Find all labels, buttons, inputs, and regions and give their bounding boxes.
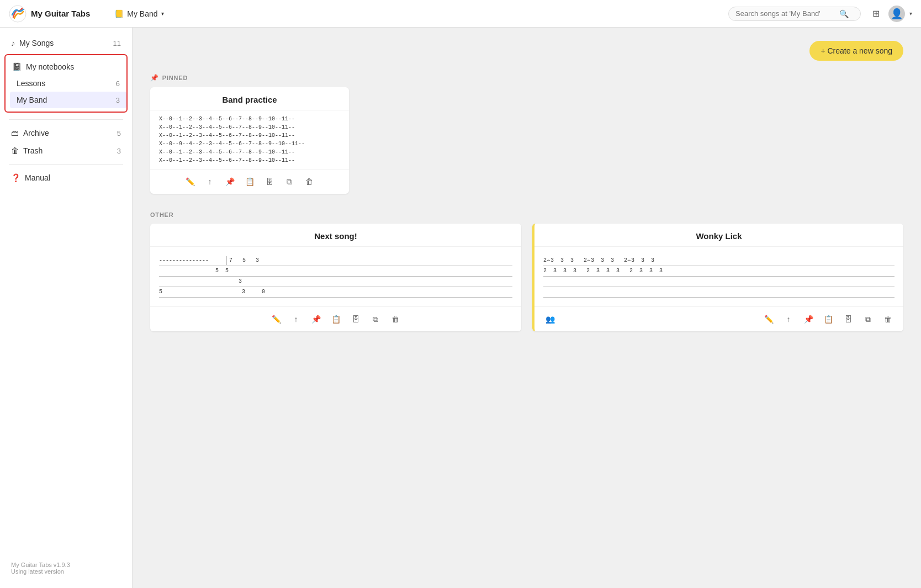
trash-label: Trash bbox=[23, 146, 43, 155]
band-practice-title: Band practice bbox=[150, 87, 349, 110]
trash-icon: 🗑 bbox=[11, 146, 19, 155]
grid-view-icon[interactable]: ⊞ bbox=[867, 6, 884, 22]
help-icon: ❓ bbox=[11, 173, 20, 182]
lessons-count: 6 bbox=[116, 80, 120, 88]
notebook-selector[interactable]: 📒 My Band ▾ bbox=[114, 9, 163, 18]
logo: My Guitar Tabs bbox=[9, 5, 90, 23]
collaborators-icon[interactable]: 👥 bbox=[543, 312, 557, 326]
topbar: My Guitar Tabs 📒 My Band ▾ 🔍 ⊞ 👤 ▾ bbox=[0, 0, 921, 28]
create-new-song-button[interactable]: + Create a new song bbox=[809, 41, 903, 61]
tab-line-6: X--0--1--2--3--4--5--6--7--8--9--10--11-… bbox=[159, 156, 340, 165]
delete-icon-next[interactable]: 🗑 bbox=[389, 312, 402, 326]
share-icon-wonky[interactable]: ↑ bbox=[782, 312, 795, 326]
share-icon-next[interactable]: ↑ bbox=[289, 312, 303, 326]
search-bar[interactable]: 🔍 bbox=[728, 7, 861, 21]
wonky-lick-title: Wonky Lick bbox=[534, 224, 903, 246]
notebook-name: My Band bbox=[127, 9, 157, 18]
other-label: OTHER bbox=[150, 211, 903, 218]
sidebar-divider-1 bbox=[9, 119, 123, 120]
next-tab-line-3: 3 bbox=[159, 277, 512, 287]
pinned-text: PINNED bbox=[162, 75, 188, 81]
other-section: OTHER Next song! --------------- 7 5 3 bbox=[150, 211, 903, 331]
trash-count: 3 bbox=[117, 147, 121, 155]
wonky-lick-actions: 👥 ✏️ ↑ 📌 📋 🗄 ⧉ 🗑 bbox=[534, 306, 903, 331]
logo-icon bbox=[9, 5, 27, 23]
wonky-tab-line-4 bbox=[543, 287, 894, 298]
next-tab-line-4: 5 3 0 bbox=[159, 287, 512, 298]
archive-action-icon-next[interactable]: 🗄 bbox=[349, 312, 362, 326]
next-tab-line-2: 5 5 bbox=[159, 266, 512, 277]
my-band-count: 3 bbox=[116, 96, 120, 104]
archive-label: Archive bbox=[23, 129, 49, 137]
share-icon[interactable]: ↑ bbox=[203, 175, 216, 188]
tab-line-5: X--0--1--2--3--4--5--6--7--8--9--10--11-… bbox=[159, 148, 340, 156]
topbar-icons: ⊞ 👤 ▾ bbox=[867, 6, 912, 22]
user-menu-arrow[interactable]: ▾ bbox=[909, 10, 912, 17]
app-container: My Guitar Tabs 📒 My Band ▾ 🔍 ⊞ 👤 ▾ bbox=[0, 0, 921, 588]
edit-icon-wonky[interactable]: ✏️ bbox=[762, 312, 775, 326]
app-title: My Guitar Tabs bbox=[31, 9, 90, 18]
sidebar-bottom: My Guitar Tabs v1.9.3 Using latest versi… bbox=[0, 555, 132, 581]
next-tab-line-1: --------------- 7 5 3 bbox=[159, 256, 512, 266]
sidebar-item-my-songs[interactable]: ♪ My Songs 11 bbox=[0, 34, 132, 52]
add-to-notebook-icon-next[interactable]: 📋 bbox=[329, 312, 342, 326]
my-songs-label: My Songs bbox=[19, 39, 54, 47]
edit-icon-next[interactable]: ✏️ bbox=[269, 312, 283, 326]
band-practice-actions: ✏️ ↑ 📌 📋 🗄 ⧉ 🗑 bbox=[150, 169, 349, 194]
sidebar-item-my-band[interactable]: My Band 3 bbox=[10, 92, 126, 108]
archive-icon: 🗃 bbox=[11, 129, 19, 137]
my-songs-count: 11 bbox=[113, 39, 121, 47]
add-to-notebook-icon-wonky[interactable]: 📋 bbox=[822, 312, 835, 326]
archive-action-icon[interactable]: 🗄 bbox=[263, 175, 276, 188]
notebook-icon: 📒 bbox=[114, 9, 124, 18]
song-card-next-song[interactable]: Next song! --------------- 7 5 3 5 5 bbox=[150, 224, 521, 331]
archive-action-icon-wonky[interactable]: 🗄 bbox=[841, 312, 855, 326]
sidebar-item-trash[interactable]: 🗑 Trash 3 bbox=[0, 142, 132, 160]
wonky-tab-line-1: 2⌢3 3 3 2⌢3 3 3 2⌢3 3 3 bbox=[543, 256, 894, 266]
edit-icon[interactable]: ✏️ bbox=[183, 175, 197, 188]
sidebar: ♪ My Songs 11 📓 My notebooks Lessons 6 M… bbox=[0, 28, 133, 588]
pin-icon-wonky[interactable]: 📌 bbox=[802, 312, 815, 326]
search-input[interactable] bbox=[735, 9, 835, 18]
tab-line-4: X--0--9--4--2--3--4--5--6--7--8--9--10--… bbox=[159, 140, 340, 148]
duplicate-icon-next[interactable]: ⧉ bbox=[369, 312, 382, 326]
pin-icon[interactable]: 📌 bbox=[223, 175, 236, 188]
music-note-icon: ♪ bbox=[11, 39, 15, 47]
song-card-wonky-lick[interactable]: Wonky Lick 2⌢3 3 3 2⌢3 3 3 2⌢3 3 3 2 3 3… bbox=[532, 224, 903, 331]
other-songs-grid: Next song! --------------- 7 5 3 5 5 bbox=[150, 224, 903, 331]
band-practice-tab: X--0--1--2--3--4--5--6--7--8--9--10--11-… bbox=[150, 110, 349, 169]
my-band-label: My Band bbox=[17, 96, 47, 104]
pinned-label: PINNED bbox=[150, 74, 903, 82]
delete-icon[interactable]: 🗑 bbox=[303, 175, 316, 188]
sidebar-item-manual[interactable]: ❓ Manual bbox=[0, 169, 132, 187]
wonky-tab-line-2: 2 3 3 3 2 3 3 3 2 3 3 3 bbox=[543, 266, 894, 277]
duplicate-icon[interactable]: ⧉ bbox=[283, 175, 296, 188]
tab-line-2: X--0--1--2--3--4--5--6--7--8--9--10--11-… bbox=[159, 123, 340, 131]
version-sub-label: Using latest version bbox=[11, 568, 121, 575]
duplicate-icon-wonky[interactable]: ⧉ bbox=[861, 312, 875, 326]
my-notebooks-section: 📓 My notebooks Lessons 6 My Band 3 bbox=[4, 54, 128, 113]
sidebar-item-archive[interactable]: 🗃 Archive 5 bbox=[0, 124, 132, 142]
user-avatar[interactable]: 👤 bbox=[888, 6, 905, 22]
sidebar-divider-2 bbox=[9, 164, 123, 165]
add-to-notebook-icon[interactable]: 📋 bbox=[243, 175, 256, 188]
version-label: My Guitar Tabs v1.9.3 bbox=[11, 561, 121, 568]
content-area: ♪ My Songs 11 📓 My notebooks Lessons 6 M… bbox=[0, 28, 921, 588]
lessons-label: Lessons bbox=[17, 79, 45, 88]
sidebar-item-lessons[interactable]: Lessons 6 bbox=[10, 75, 126, 92]
tab-line-1: X--0--1--2--3--4--5--6--7--8--9--10--11-… bbox=[159, 115, 340, 123]
dropdown-arrow: ▾ bbox=[161, 10, 164, 17]
wonky-tab-line-3 bbox=[543, 277, 894, 287]
main-content: + Create a new song PINNED Band practice… bbox=[133, 28, 921, 588]
wonky-lick-tab: 2⌢3 3 3 2⌢3 3 3 2⌢3 3 3 2 3 3 3 2 3 3 3 … bbox=[534, 246, 903, 306]
pin-icon-next[interactable]: 📌 bbox=[309, 312, 322, 326]
create-btn-label: + Create a new song bbox=[821, 46, 892, 55]
song-card-band-practice[interactable]: Band practice X--0--1--2--3--4--5--6--7-… bbox=[150, 87, 349, 194]
tab-line-3: X--0--1--2--3--4--5--6--7--8--9--10--11-… bbox=[159, 131, 340, 140]
delete-icon-wonky[interactable]: 🗑 bbox=[881, 312, 894, 326]
manual-label: Manual bbox=[25, 173, 50, 182]
next-song-tab: --------------- 7 5 3 5 5 3 bbox=[150, 246, 521, 306]
search-icon: 🔍 bbox=[839, 9, 849, 18]
archive-count: 5 bbox=[117, 129, 121, 137]
next-song-title: Next song! bbox=[150, 224, 521, 246]
